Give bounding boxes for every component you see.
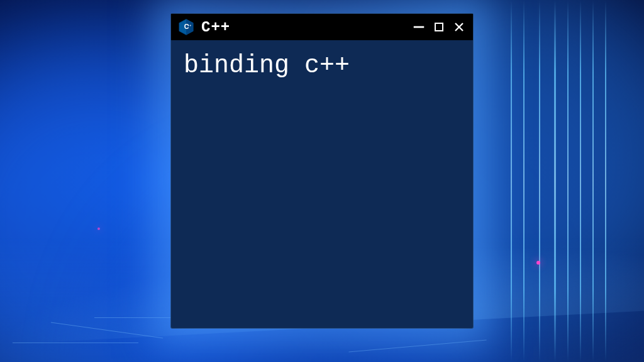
- window-controls: [411, 19, 467, 35]
- terminal-text: binding c++: [184, 52, 460, 80]
- terminal-content[interactable]: binding c++: [171, 40, 473, 91]
- maximize-button[interactable]: [431, 19, 447, 35]
- svg-rect-6: [435, 23, 443, 31]
- close-button[interactable]: [452, 19, 467, 35]
- window-title: C++: [201, 19, 405, 36]
- svg-text:+: +: [187, 24, 189, 27]
- terminal-window: C + + C++ binding c++: [171, 14, 473, 328]
- minimize-button[interactable]: [411, 19, 426, 35]
- window-titlebar[interactable]: C + + C++: [171, 14, 473, 40]
- svg-text:+: +: [190, 24, 192, 27]
- cpp-icon: C + +: [177, 18, 195, 36]
